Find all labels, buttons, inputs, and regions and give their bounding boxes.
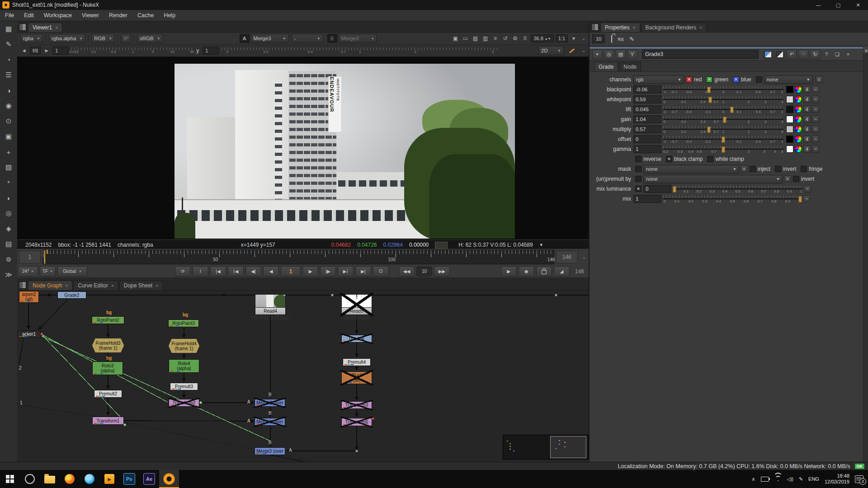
- range-end-box[interactable]: 146: [556, 251, 578, 263]
- node-framehold4[interactable]: FrameHold4(frame 1): [169, 339, 199, 353]
- node-roto3[interactable]: Roto3(alpha): [92, 361, 123, 375]
- gamma-value-field[interactable]: 1: [633, 145, 661, 153]
- range-start-box[interactable]: 1: [19, 251, 41, 263]
- slider[interactable]: -1-0.7-0.4-0.100.10.40.71: [663, 135, 783, 143]
- wrench-icon[interactable]: ϒ: [627, 50, 637, 59]
- gamma-color-swatch[interactable]: [786, 145, 793, 153]
- minimize-button[interactable]: —: [808, 0, 828, 10]
- redo-icon[interactable]: ↷: [798, 50, 808, 59]
- collapse-icon[interactable]: ▼: [592, 50, 602, 59]
- slider[interactable]: 00.10.40.71234: [663, 115, 783, 123]
- media-app-button[interactable]: ▶: [99, 470, 119, 488]
- node-read5[interactable]: !Read5: [341, 294, 372, 315]
- transport-left-1[interactable]: I: [193, 266, 208, 277]
- start-button[interactable]: [0, 470, 20, 488]
- display-channel-dropdown[interactable]: RGB▼: [91, 34, 115, 43]
- frame-ruler[interactable]: 1 150100146: [42, 250, 554, 264]
- offset-color-swatch[interactable]: [786, 136, 793, 143]
- node-tracker1[interactable]: acker1: [17, 330, 41, 338]
- merge-icon[interactable]: ▣: [0, 129, 17, 144]
- tab-viewer1[interactable]: Viewer1 ×: [28, 23, 62, 32]
- white-clamp-checkbox[interactable]: [707, 156, 713, 162]
- node-rotopaint3[interactable]: RotoPaint3: [168, 319, 199, 327]
- node-read4[interactable]: Read4: [255, 294, 286, 315]
- node-name-field[interactable]: Grade3: [642, 50, 759, 59]
- properties-scrollbar[interactable]: ▲: [863, 47, 868, 462]
- draw-icon[interactable]: ✎: [0, 37, 17, 52]
- offset-color-wheel-icon[interactable]: [795, 136, 802, 143]
- slider[interactable]: 00.10.40.71234: [663, 125, 783, 133]
- close-button[interactable]: ✕: [848, 0, 868, 10]
- channel-split2-button[interactable]: [775, 50, 785, 59]
- range-mode-dropdown[interactable]: Global▼: [57, 266, 87, 277]
- proxy-toggle[interactable]: 1:1: [556, 34, 568, 42]
- channel-blue-checkbox[interactable]: ✕: [733, 76, 739, 83]
- blackpoint-color-swatch[interactable]: [786, 86, 793, 93]
- a-input-chip[interactable]: A: [240, 34, 250, 43]
- offset-curve-icon[interactable]: ~: [812, 136, 819, 143]
- blackpoint-value-field[interactable]: -0.06: [633, 85, 661, 94]
- whitepoint-color-swatch[interactable]: [786, 96, 793, 103]
- close-icon[interactable]: ×: [65, 283, 68, 288]
- photoshop-button[interactable]: Ps: [119, 470, 139, 488]
- gamma-slider[interactable]: 00.10.40.7123: [222, 47, 498, 54]
- transform-icon[interactable]: +: [0, 144, 17, 160]
- node-grade2[interactable]: Grade2: [57, 291, 86, 299]
- whitepoint-multi-button[interactable]: 4: [803, 96, 811, 103]
- node-tab-grade[interactable]: Grade: [594, 62, 618, 71]
- blackpoint-multi-button[interactable]: 4: [803, 86, 811, 93]
- node-graph-minimap[interactable]: [503, 435, 589, 460]
- after-effects-button[interactable]: Ae: [139, 470, 159, 488]
- undo-icon[interactable]: ↶: [787, 50, 797, 59]
- node-premult3[interactable]: Premult3: [170, 383, 198, 390]
- gain-value-field[interactable]: 1.04: [633, 115, 661, 123]
- blackpoint-color-wheel-icon[interactable]: [795, 86, 802, 93]
- whitepoint-curve-icon[interactable]: ~: [812, 96, 819, 103]
- overlay-icon[interactable]: ▥: [481, 34, 490, 42]
- gain-slider[interactable]: 0.0150.10.3131030: [71, 47, 194, 54]
- slider[interactable]: 00.10.40.71234: [663, 95, 783, 103]
- multiply-multi-button[interactable]: 4: [803, 126, 811, 133]
- equals-button[interactable]: =: [816, 76, 823, 83]
- slider[interactable]: 00.10.20.30.40.50.60.70.80.91: [673, 185, 802, 193]
- frame-increment-field[interactable]: 10: [416, 266, 432, 277]
- lift-color-wheel-icon[interactable]: [795, 106, 802, 113]
- skip-forward-button[interactable]: ▶▶: [434, 266, 450, 277]
- menu-render[interactable]: Render: [104, 12, 132, 19]
- slider-handle[interactable]: [723, 117, 726, 123]
- lift-value-field[interactable]: 0.045: [633, 105, 661, 113]
- language-indicator[interactable]: ENG: [808, 476, 819, 482]
- particles-icon[interactable]: *: [0, 175, 17, 190]
- node-roto4[interactable]: Roto4(alpha): [169, 359, 199, 373]
- exposure-prev-icon[interactable]: ◀: [19, 47, 28, 55]
- mix-curve-icon[interactable]: ~: [803, 195, 810, 202]
- close-panel-icon[interactable]: ×: [844, 50, 853, 59]
- channel-green-checkbox[interactable]: ✕: [706, 76, 712, 83]
- transport-right-4[interactable]: O: [373, 266, 389, 277]
- menu-file[interactable]: File: [0, 12, 19, 19]
- fps-dropdown[interactable]: 24*▼: [18, 266, 38, 277]
- refresh-icon[interactable]: ↺: [500, 34, 509, 42]
- minimap-view-rect[interactable]: [550, 436, 586, 458]
- metadata-icon[interactable]: ◈: [0, 221, 17, 236]
- offset-value-field[interactable]: 0: [633, 135, 661, 143]
- input-process-toggle[interactable]: IP: [121, 34, 131, 43]
- gamma-multi-button[interactable]: 4: [803, 145, 811, 153]
- offset-multi-button[interactable]: 4: [803, 136, 811, 143]
- panel-menu-icon[interactable]: [19, 282, 26, 289]
- float-panel-icon[interactable]: ❏: [833, 50, 842, 59]
- slider[interactable]: 00.10.20.30.40.50.60.70.80.91: [663, 195, 802, 203]
- channel-icon[interactable]: ☰: [0, 67, 17, 83]
- current-frame-field[interactable]: 1: [281, 266, 301, 277]
- settings-icon[interactable]: ⚙: [510, 34, 519, 42]
- multiply-curve-icon[interactable]: ~: [812, 126, 819, 133]
- channel-split-button[interactable]: [763, 50, 773, 59]
- transport-left-0[interactable]: ⟳: [175, 266, 191, 277]
- monitor-icon[interactable]: ▤: [616, 50, 626, 59]
- slider[interactable]: -1-0.7-0.4-0.100.10.40.71: [663, 85, 783, 94]
- mix-luminance-curve-icon[interactable]: ~: [804, 185, 811, 192]
- menu-viewer[interactable]: Viewer: [77, 12, 104, 19]
- node-framehold3[interactable]: FrameHold3(frame 1): [92, 338, 124, 352]
- channels-extra-dropdown[interactable]: none▼: [764, 75, 813, 84]
- panel-menu-icon[interactable]: [591, 23, 599, 31]
